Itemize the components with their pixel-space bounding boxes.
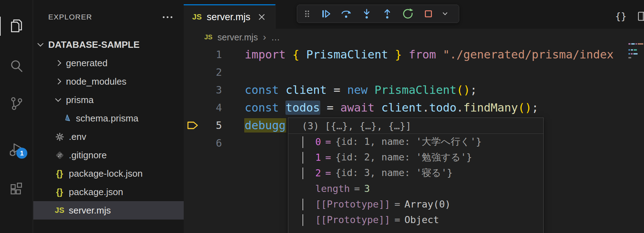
equals-sign: = [354,183,360,194]
split-editor-icon[interactable] [638,11,644,23]
editor-group: JS server.mjs {} JS server.mjs › … 1impo… [184,0,644,233]
variable-value: Array(0) [405,199,451,210]
toolbar-gripper-icon[interactable] [300,6,314,22]
json-file-icon: {} [53,187,66,197]
activity-bar: 1 [0,0,33,233]
variable-name: length [315,183,350,194]
debug-stop-icon[interactable] [419,6,438,22]
tree-item-schema-prisma[interactable]: schema.prisma [33,109,184,127]
tree-item-label: .gitignore [69,150,107,161]
more-actions-icon[interactable] [162,14,173,20]
variable-value: {id: 3, name: '寝る'} [335,166,453,179]
js-file-icon: JS [53,206,66,215]
tree-item-label: schema.prisma [76,113,138,124]
tree-item-label: package.json [69,187,123,198]
tree-item--gitignore[interactable]: .gitignore [33,146,184,164]
chevron-right-icon [302,136,315,147]
sidebar-title: EXPLORER [48,13,92,21]
tree-item-node-modules[interactable]: node_modules [33,72,184,91]
breadcrumb-symbol-more[interactable]: … [271,32,280,42]
debug-value-popup: (3) [{…}, {…}, {…}] 0={id: 1, name: '大学へ… [288,118,544,233]
source-control-icon[interactable] [8,95,25,112]
code-line-1[interactable]: 1import { PrismaClient } from "./generat… [184,46,644,63]
glyph-margin [184,134,202,152]
popup-variable-row[interactable]: 2={id: 3, name: '寝る'} [288,165,543,181]
search-icon[interactable] [8,58,25,75]
js-file-icon: JS [204,33,212,41]
popup-variable-row[interactable]: 1={id: 2, name: '勉強する'} [288,149,543,165]
line-number: 6 [202,137,222,149]
breadcrumb-file[interactable]: server.mjs [217,32,258,42]
tree-item-generated[interactable]: generated [33,54,184,72]
explorer-icon[interactable] [8,17,25,34]
code-text: debugg [245,119,286,132]
popup-variable-row[interactable]: length=3 [288,181,543,196]
chevron-right-icon [302,214,315,225]
tree-item-package-lock-json[interactable]: {}package-lock.json [33,164,184,183]
tree-item-label: node_modules [66,76,127,87]
variable-name: [[Prototype]] [315,214,390,225]
chevron-down-icon [38,41,44,47]
breadcrumb[interactable]: JS server.mjs › … [184,29,626,46]
close-icon[interactable] [257,12,267,22]
code-text: const todos = await client.todo.findMany… [245,101,538,114]
debug-step-over-icon[interactable] [337,6,355,22]
tab-label: server.mjs [207,12,250,23]
minimap[interactable] [628,43,644,72]
variable-value: 3 [364,183,370,194]
variable-name: 2 [315,167,321,178]
debug-step-out-icon[interactable] [378,6,396,22]
chevron-down-icon [55,96,61,102]
equals-sign: = [394,199,400,210]
variable-value: Object [405,214,439,225]
code-line-4[interactable]: 4const todos = await client.todo.findMan… [184,99,644,116]
tree-item-prisma[interactable]: prisma [33,91,184,109]
line-number: 3 [202,84,222,96]
chevron-down-icon[interactable] [440,6,450,22]
glyph-margin [184,81,202,99]
tree-item-server-mjs[interactable]: JSserver.mjs [33,201,184,220]
git-file-icon [53,150,66,160]
chevron-right-icon [302,152,315,163]
equals-sign: = [325,152,331,163]
debug-continue-icon[interactable] [316,6,335,22]
json-file-icon: {} [53,169,66,179]
tree-item--env[interactable]: .env [33,127,184,146]
code-line-3[interactable]: 3const client = new PrismaClient(); [184,81,644,99]
active-view-indicator [0,17,1,36]
tree-item-label: generated [66,58,107,69]
chevron-right-icon: › [263,32,266,43]
code-line-2[interactable]: 2 [184,63,644,81]
code-text: const client = new PrismaClient(); [245,83,477,97]
file-tree: DATABASE-SAMPLE generatednode_modulespri… [33,35,184,220]
braces-action-icon[interactable]: {} [615,11,627,22]
popup-variable-row[interactable]: [[Prototype]]=Object [288,212,543,227]
explorer-sidebar: EXPLORER DATABASE-SAMPLE generatednode_m… [33,0,184,233]
js-file-icon: JS [192,12,202,22]
prisma-file-icon [60,114,73,123]
debug-restart-icon[interactable] [399,6,417,22]
current-frame-arrow-icon [184,116,202,134]
sidebar-header: EXPLORER [48,13,173,21]
tree-root-database-sample[interactable]: DATABASE-SAMPLE [33,35,184,54]
tab-server-mjs[interactable]: JS server.mjs [184,4,276,29]
code-text: import { PrismaClient } from "./generate… [245,48,614,61]
equals-sign: = [325,167,331,178]
chevron-right-icon [55,79,61,85]
popup-variable-row[interactable]: [[Prototype]]=Array(0) [288,196,543,212]
tree-item-package-json[interactable]: {}package.json [33,183,184,201]
popup-summary: (3) [{…}, {…}, {…}] [288,118,543,134]
glyph-margin [184,99,202,116]
line-number: 5 [202,119,222,131]
variable-value: {id: 2, name: '勉強する'} [335,151,472,164]
variable-value: {id: 1, name: '大学へ行く'} [335,135,482,148]
tree-item-label: prisma [66,95,94,106]
extensions-icon[interactable] [8,181,25,198]
variable-name: [[Prototype]] [315,199,390,210]
gear-file-icon [53,132,66,142]
line-number: 1 [202,49,222,61]
debug-badge: 1 [16,148,27,159]
tree-item-label: .env [69,131,86,142]
debug-step-into-icon[interactable] [357,6,376,22]
popup-variable-row[interactable]: 0={id: 1, name: '大学へ行く'} [288,134,543,149]
